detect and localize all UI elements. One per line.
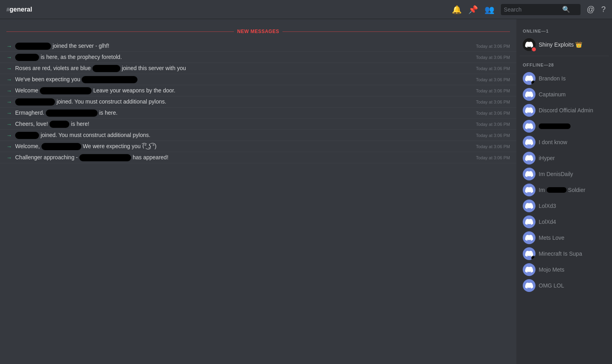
arrow-icon: →: [6, 99, 12, 105]
search-input[interactable]: [504, 6, 560, 13]
member-name: Brandon Is: [539, 75, 606, 82]
message-text: Roses are red, violets are blue joined t…: [15, 64, 473, 72]
message-text: is here, as the prophecy foretold.: [15, 53, 473, 61]
list-item[interactable]: Brandon Is: [520, 70, 609, 86]
messages-container[interactable]: NEW MESSAGES → joined the server - glhf!…: [0, 19, 516, 364]
avatar: [523, 263, 536, 276]
at-icon[interactable]: @: [587, 5, 595, 14]
avatar: [523, 72, 536, 85]
dnd-dot: [531, 47, 537, 52]
members-icon[interactable]: 👥: [484, 5, 494, 14]
redacted-username: [15, 43, 51, 50]
discord-logo-icon: [525, 90, 533, 98]
message-text: Cheers, love! is here!: [15, 120, 473, 128]
table-row: → Welcome, We were expecting you (͡° ͜ʖ …: [0, 141, 516, 152]
arrow-icon: →: [6, 65, 12, 72]
offline-section-header: OFFLINE—28: [520, 59, 609, 69]
timestamp: Today at 3:06 PM: [476, 44, 510, 49]
discord-logo-icon: [525, 266, 533, 274]
list-item[interactable]: Mojo Mets: [520, 262, 609, 278]
message-text: Challenger approaching - has appeared!: [15, 153, 473, 162]
message-text: joined. You must construct additional py…: [15, 131, 473, 139]
arrow-icon: →: [6, 155, 12, 161]
member-name: [539, 123, 606, 129]
pin-icon[interactable]: 📌: [468, 5, 478, 14]
discord-logo-icon: [525, 186, 533, 194]
avatar: [523, 88, 536, 101]
redacted-username: [82, 76, 137, 83]
redacted-username: [40, 87, 92, 94]
list-item[interactable]: Shiny Exploits 👑: [520, 37, 609, 53]
online-section-header: ONLINE—1: [520, 25, 609, 35]
status-dot: [531, 80, 536, 85]
divider: [520, 56, 609, 56]
list-item[interactable]: Minecraft Is Supa: [520, 246, 609, 262]
timestamp: Today at 3:06 PM: [476, 88, 510, 93]
timestamp: Today at 3:06 PM: [476, 133, 510, 138]
new-messages-label: NEW MESSAGES: [237, 29, 279, 34]
redacted-member-name: [539, 123, 571, 129]
table-row: → joined. You must construct additional …: [0, 96, 516, 108]
avatar: [523, 184, 536, 196]
timestamp: Today at 3:06 PM: [476, 77, 510, 82]
timestamp: Today at 3:06 PM: [476, 66, 510, 71]
member-name: Captainum: [539, 91, 606, 98]
avatar: [523, 247, 536, 260]
message-text: Welcome, We were expecting you (͡° ͜ʖ ͡°…: [15, 142, 473, 151]
arrow-icon: →: [6, 110, 12, 116]
search-bar[interactable]: 🔍: [501, 4, 581, 15]
arrow-icon: →: [6, 121, 12, 127]
message-text: joined the server - glhf!: [15, 42, 473, 50]
avatar: [523, 104, 536, 117]
list-item[interactable]: I dont know: [520, 134, 609, 150]
redacted-member-name: [547, 187, 567, 193]
member-name: Im DenisDaily: [539, 171, 606, 177]
redacted-username: [49, 121, 69, 128]
table-row: → Ermagherd. is here. Today at 3:06 PM: [0, 108, 516, 119]
member-name: iHyper: [539, 155, 606, 161]
table-row: → Welcome Leave your weapons by the door…: [0, 85, 516, 96]
discord-logo-icon: [525, 282, 533, 290]
timestamp: Today at 3:06 PM: [476, 55, 510, 60]
list-item[interactable]: Im DenisDaily: [520, 166, 609, 182]
header-icons: 🔔 📌 👥 🔍 @ ?: [452, 4, 606, 15]
list-item[interactable]: Mets Love: [520, 230, 609, 246]
member-name: OMG LOL: [539, 282, 606, 289]
list-item[interactable]: Captainum: [520, 86, 609, 102]
list-item[interactable]: LolXd3: [520, 198, 609, 214]
help-icon[interactable]: ?: [601, 5, 606, 14]
discord-logo-icon: [525, 154, 533, 162]
member-name: Mojo Mets: [539, 266, 606, 273]
redacted-username: [46, 110, 98, 117]
redacted-username: [79, 154, 131, 161]
discord-logo-icon: [525, 234, 533, 242]
list-item[interactable]: LolXd4: [520, 214, 609, 230]
avatar: [523, 168, 536, 180]
redacted-username: [92, 65, 120, 72]
avatar: [523, 38, 536, 51]
header: # general 🔔 📌 👥 🔍 @ ?: [0, 0, 612, 19]
list-item[interactable]: Im Soldier: [520, 182, 609, 198]
list-item[interactable]: [520, 118, 609, 134]
redacted-username: [15, 54, 39, 61]
list-item[interactable]: iHyper: [520, 150, 609, 166]
arrow-icon: →: [6, 43, 12, 49]
discord-logo-icon: [525, 170, 533, 178]
discord-logo-icon: [525, 106, 533, 114]
bell-icon[interactable]: 🔔: [452, 5, 462, 14]
list-item[interactable]: OMG LOL: [520, 278, 609, 294]
timestamp: Today at 3:06 PM: [476, 100, 510, 104]
avatar: [523, 215, 536, 228]
member-name: LolXd3: [539, 203, 606, 209]
avatar: [523, 120, 536, 133]
chat-area: NEW MESSAGES → joined the server - glhf!…: [0, 19, 516, 364]
member-name: Mets Love: [539, 235, 606, 241]
member-name: Shiny Exploits 👑: [539, 41, 606, 48]
member-name: LolXd4: [539, 219, 606, 225]
avatar: [523, 152, 536, 164]
message-text: Ermagherd. is here.: [15, 109, 473, 117]
timestamp: Today at 3:06 PM: [476, 144, 510, 149]
list-item[interactable]: Discord Official Admin: [520, 102, 609, 118]
table-row: → joined. You must construct additional …: [0, 130, 516, 141]
table-row: → Cheers, love! is here! Today at 3:06 P…: [0, 119, 516, 130]
